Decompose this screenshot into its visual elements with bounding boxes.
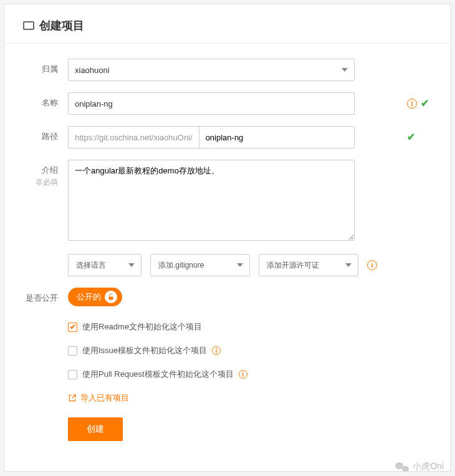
- public-toggle-label: 公开的: [77, 291, 101, 303]
- watermark-text: 小虎Oni: [413, 461, 444, 472]
- path-input[interactable]: [199, 126, 355, 148]
- checkbox-icon: [68, 346, 77, 356]
- gitignore-select-label: 添加.gitignore: [158, 260, 204, 271]
- chevron-down-icon: [345, 263, 352, 267]
- public-label: 是否公开: [23, 288, 68, 304]
- owner-select[interactable]: xiaohuoni: [68, 59, 355, 81]
- chevron-down-icon: [128, 263, 135, 267]
- checkbox-checked-icon: ✔: [68, 323, 77, 332]
- create-button[interactable]: 创建: [68, 417, 123, 441]
- info-icon: i: [212, 346, 221, 355]
- page-title: 创建项目: [39, 18, 84, 33]
- license-select-label: 添加开源许可证: [267, 260, 319, 271]
- create-project-form: 归属 xiaohuoni 名称 i ✔: [4, 59, 451, 471]
- intro-label: 介绍 非必填: [23, 160, 68, 188]
- import-link-label: 导入已有项目: [80, 392, 129, 404]
- checkbox-icon: [68, 370, 77, 379]
- intro-textarea[interactable]: [68, 160, 355, 241]
- intro-label-text: 介绍: [42, 165, 58, 175]
- owner-value: xiaohuoni: [75, 66, 110, 75]
- panel-header: 创建项目: [4, 4, 451, 44]
- info-icon: i: [367, 260, 377, 270]
- name-input-wrap: [68, 92, 355, 115]
- import-link[interactable]: 导入已有项目: [68, 392, 432, 404]
- watermark: 小虎Oni: [395, 461, 444, 472]
- create-project-panel: 创建项目 归属 xiaohuoni 名称: [4, 4, 451, 472]
- path-prefix: https://git.oschina.net/xiaohuOni/: [68, 126, 199, 148]
- svg-rect-0: [109, 297, 113, 300]
- intro-optional-text: 非必填: [23, 177, 58, 188]
- path-label: 路径: [23, 126, 68, 142]
- name-input[interactable]: [75, 99, 348, 109]
- license-select[interactable]: 添加开源许可证: [259, 254, 358, 276]
- project-icon: [23, 21, 34, 30]
- language-select[interactable]: 选择语言: [68, 254, 141, 276]
- path-group: https://git.oschina.net/xiaohuOni/: [68, 126, 355, 148]
- issue-checkbox-label: 使用Issue模板文件初始化这个项目: [82, 345, 207, 356]
- check-icon: ✔: [407, 131, 415, 143]
- pr-checkbox-row[interactable]: 使用Pull Request模板文件初始化这个项目 i: [68, 369, 432, 380]
- info-icon: i: [407, 99, 417, 109]
- owner-label: 归属: [23, 59, 68, 75]
- issue-checkbox-row[interactable]: 使用Issue模板文件初始化这个项目 i: [68, 345, 432, 356]
- public-toggle[interactable]: 公开的: [68, 288, 122, 306]
- unlock-icon: [105, 291, 117, 303]
- pr-checkbox-label: 使用Pull Request模板文件初始化这个项目: [82, 369, 234, 380]
- chevron-down-icon: [342, 68, 348, 72]
- language-select-label: 选择语言: [76, 260, 106, 271]
- name-label: 名称: [23, 92, 68, 109]
- readme-checkbox-label: 使用Readme文件初始化这个项目: [82, 321, 202, 333]
- wechat-icon: [395, 461, 409, 472]
- import-icon: [68, 394, 77, 402]
- gitignore-select[interactable]: 添加.gitignore: [150, 254, 250, 276]
- chevron-down-icon: [237, 263, 243, 267]
- check-icon: ✔: [421, 97, 429, 109]
- info-icon: i: [239, 370, 247, 379]
- readme-checkbox-row[interactable]: ✔ 使用Readme文件初始化这个项目: [68, 321, 432, 333]
